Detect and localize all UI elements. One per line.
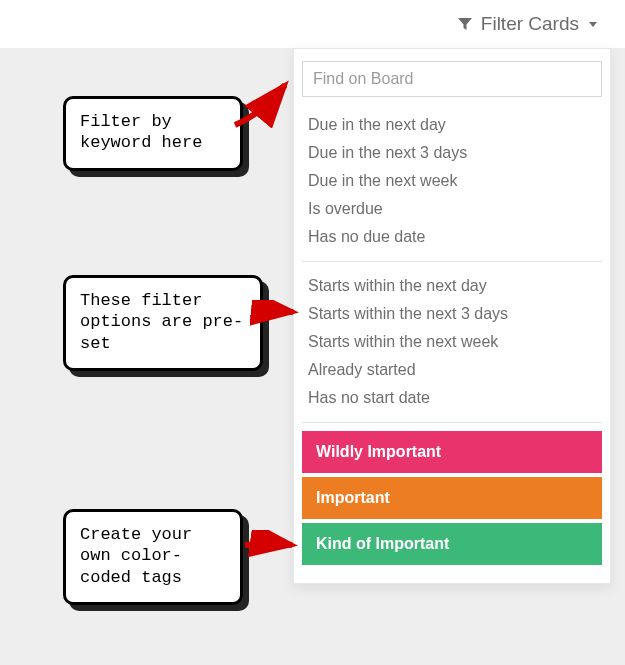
filter-cards-label: Filter Cards <box>481 13 579 35</box>
chevron-down-icon <box>589 22 597 27</box>
toolbar: Filter Cards <box>0 0 625 48</box>
filter-option[interactable]: Has no start date <box>302 384 602 412</box>
annotation-callout: These filter options are pre-set <box>63 275 263 371</box>
filter-option[interactable]: Has no due date <box>302 223 602 251</box>
divider <box>302 261 602 262</box>
tag-option[interactable]: Wildly Important <box>302 431 602 473</box>
filter-option[interactable]: Starts within the next day <box>302 272 602 300</box>
filter-cards-toggle[interactable]: Filter Cards <box>457 13 597 35</box>
start-filter-group: Starts within the next day Starts within… <box>302 266 602 420</box>
filter-option[interactable]: Due in the next week <box>302 167 602 195</box>
divider <box>302 422 602 423</box>
tag-option[interactable]: Kind of Important <box>302 523 602 565</box>
filter-dropdown: Due in the next day Due in the next 3 da… <box>293 48 611 584</box>
filter-option[interactable]: Is overdue <box>302 195 602 223</box>
filter-option[interactable]: Due in the next day <box>302 111 602 139</box>
annotation-callout: Create your own color-coded tags <box>63 509 243 605</box>
tag-group: Wildly Important Important Kind of Impor… <box>302 427 602 573</box>
annotation-callout: Filter by keyword here <box>63 96 243 171</box>
tag-option[interactable]: Important <box>302 477 602 519</box>
filter-option[interactable]: Already started <box>302 356 602 384</box>
search-wrap <box>302 57 602 105</box>
funnel-icon <box>457 16 473 32</box>
search-input[interactable] <box>302 61 602 97</box>
filter-option[interactable]: Starts within the next week <box>302 328 602 356</box>
due-filter-group: Due in the next day Due in the next 3 da… <box>302 105 602 259</box>
filter-option[interactable]: Due in the next 3 days <box>302 139 602 167</box>
filter-option[interactable]: Starts within the next 3 days <box>302 300 602 328</box>
